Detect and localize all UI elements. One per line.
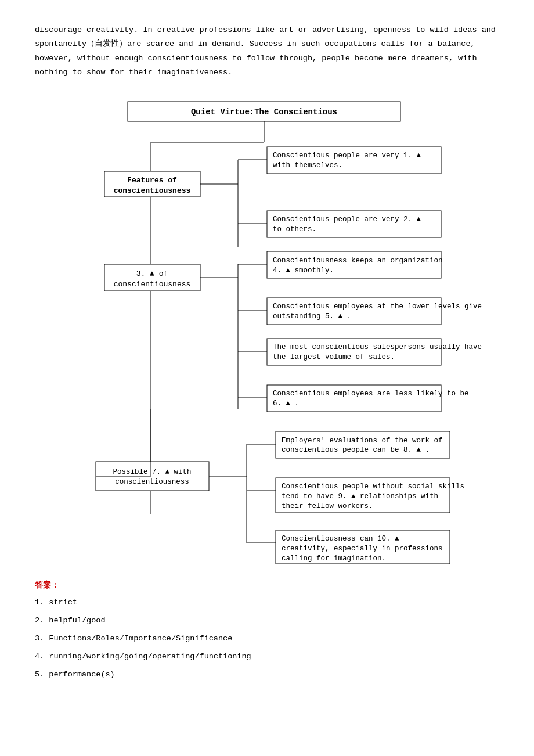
svg-rect-12: [267, 147, 441, 174]
answer-5: 5. performance(s): [35, 668, 499, 682]
box4-line2: 4. ▲ smoothly.: [273, 267, 334, 275]
box3-line1: 3. ▲ of: [136, 269, 168, 278]
box9-line1: Conscientious people without social skil…: [282, 483, 464, 491]
box9-line2: tend to have 9. ▲ relationships with: [282, 492, 438, 501]
box8-line1: Employers' evaluations of the work of: [282, 437, 443, 445]
box10-line1: Conscientiousness can 10. ▲: [282, 535, 399, 543]
box10-line3: calling for imagination.: [282, 555, 386, 563]
box5-line2: outstanding 5. ▲ .: [273, 312, 351, 321]
box7-line1: Conscientious employees are less likely …: [273, 390, 469, 398]
title-text: Quiet Virtue:The Conscientious: [191, 107, 337, 117]
intro-paragraph: discourage creativity. In creative profe…: [35, 23, 499, 80]
box6-line2: the largest volume of sales.: [273, 353, 395, 361]
box8-line2: conscientious people can be 8. ▲ .: [282, 446, 430, 454]
features-label2: conscientiousness: [114, 186, 191, 195]
box5-line1: Conscientious employees at the lower lev…: [273, 303, 482, 311]
possible-line1: Possible 7. ▲ with: [113, 468, 191, 476]
box1-line2: with themselves.: [273, 161, 342, 170]
box9-line3: their fellow workers.: [282, 502, 373, 510]
answer-4: 4. running/working/going/operating/funct…: [35, 650, 499, 664]
answer-3: 3. Functions/Roles/Importance/Significan…: [35, 632, 499, 646]
svg-rect-31: [276, 431, 450, 458]
answers-section: 答案： 1. strict 2. helpful/good 3. Functio…: [35, 580, 499, 682]
svg-rect-13: [267, 211, 441, 237]
svg-rect-22: [267, 298, 441, 325]
svg-rect-24: [267, 385, 441, 412]
box2-line1: Conscientious people are very 2. ▲: [273, 215, 421, 224]
features-label: Features of: [127, 176, 177, 185]
box1-line1: Conscientious people are very 1. ▲: [273, 152, 421, 160]
possible-line2: conscientiousness: [115, 478, 189, 486]
box3-line2: conscientiousness: [114, 280, 191, 289]
answer-2: 2. helpful/good: [35, 614, 499, 628]
answer-1: 1. strict: [35, 596, 499, 610]
box2-line2: to others.: [273, 225, 316, 233]
svg-rect-23: [267, 339, 441, 365]
diagram-container: Quiet Virtue:The Conscientious Features …: [35, 96, 499, 574]
box10-line2: creativity, especially in professions: [282, 545, 443, 553]
box7-line2: 6. ▲ .: [273, 399, 299, 408]
box4-line1: Conscientiousness keeps an organization: [273, 257, 443, 265]
answers-title: 答案：: [35, 580, 499, 591]
box6-line1: The most conscientious salespersons usua…: [273, 343, 482, 351]
